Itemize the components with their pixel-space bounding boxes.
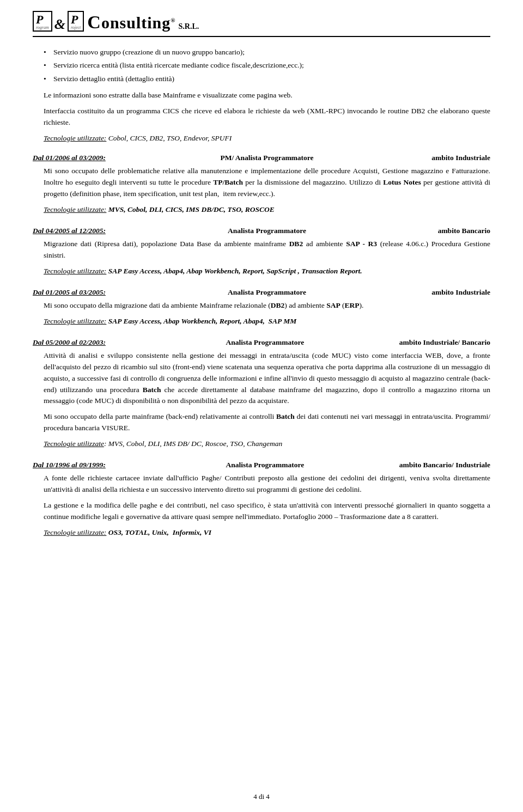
- job-header-1: Dal 01/2006 al 03/2009: PM/ Analista Pro…: [33, 154, 490, 162]
- job-desc-4a: Attività di analisi e sviluppo consisten…: [44, 350, 490, 407]
- job-period-3: Dal 01/2005 al 03/2005:: [33, 288, 131, 297]
- job-tech-1: Tecnologie utilizzate: MVS, Cobol, DLI, …: [44, 204, 490, 216]
- logo: P rogram & P roject Consulting® S.R.L.: [33, 11, 199, 32]
- job-title-3: Analista Programmatore: [136, 288, 398, 297]
- job-tech-label-1: Tecnologie utilizzate:: [44, 205, 106, 213]
- job-body-3: Mi sono occupato della migrazione dati d…: [33, 300, 490, 327]
- job-period-2: Dal 04/2005 al 12/2005:: [33, 227, 131, 235]
- list-item: Servizio nuovo gruppo (creazione di un n…: [44, 47, 490, 58]
- logo-p1-sub: rogram: [36, 26, 49, 30]
- job-header-3: Dal 01/2005 al 03/2005: Analista Program…: [33, 288, 490, 297]
- job-tech-3: Tecnologie utilizzate: SAP Easy Access, …: [44, 316, 490, 327]
- footer: 4 di 4: [0, 792, 523, 801]
- job-tech-label-5: Tecnologie utilizzate:: [44, 528, 106, 536]
- job-title-4: Analista Programmatore: [136, 338, 394, 347]
- job-entry-3: Dal 01/2005 al 03/2005: Analista Program…: [33, 288, 490, 327]
- intro-paragraph: Le informazioni sono estratte dalla base…: [44, 90, 490, 101]
- job-body-5: A fonte delle richieste cartacee inviate…: [33, 473, 490, 539]
- job-body-2: Migrazione dati (Ripresa dati), popolazi…: [33, 239, 490, 277]
- logo-ampersand: &: [54, 17, 65, 32]
- logo-p2-sub: roject: [71, 26, 81, 30]
- logo-srl: S.R.L.: [179, 22, 199, 32]
- job-title-1: PM/ Analista Programmatore: [136, 154, 398, 162]
- job-ambito-3: ambito Industriale: [403, 288, 490, 297]
- interface-paragraph: Interfaccia costituito da un programma C…: [44, 106, 490, 129]
- logo-p2: P: [71, 13, 78, 26]
- logo-consulting: Consulting®: [87, 13, 175, 32]
- job-tech-2: Tecnologie utilizzate: SAP Easy Access, …: [44, 266, 490, 277]
- job-desc-2: Migrazione dati (Ripresa dati), popolazi…: [44, 239, 490, 261]
- job-tech-label-4: Tecnologie utilizzate: [44, 439, 104, 448]
- list-item: Servizio ricerca entità (lista entità ri…: [44, 60, 490, 71]
- page: P rogram & P roject Consulting® S.R.L. S…: [0, 0, 523, 812]
- job-period-1: Dal 01/2006 al 03/2009:: [33, 154, 131, 162]
- job-header-2: Dal 04/2005 al 12/2005: Analista Program…: [33, 227, 490, 235]
- job-desc-4b: Mi sono occupato della parte mainframe (…: [44, 411, 490, 434]
- header: P rogram & P roject Consulting® S.R.L.: [33, 11, 490, 37]
- job-tech-label-2: Tecnologie utilizzate:: [44, 267, 106, 275]
- job-desc-3: Mi sono occupato della migrazione dati d…: [44, 300, 490, 312]
- tech-label-1: Tecnologie utilizzate:: [44, 134, 106, 142]
- job-tech-label-3: Tecnologie utilizzate:: [44, 317, 106, 325]
- job-ambito-2: ambito Bancario: [403, 227, 490, 235]
- job-body-1: Mi sono occupato delle problematiche rel…: [33, 166, 490, 216]
- job-ambito-1: ambito Industriale: [403, 154, 490, 162]
- job-title-2: Analista Programmatore: [136, 227, 398, 235]
- job-period-4: Dal 05/2000 al 02/2003:: [33, 338, 131, 347]
- job-entry-4: Dal 05/2000 al 02/2003: Analista Program…: [33, 338, 490, 450]
- job-title-5: Analista Programmatore: [136, 461, 394, 469]
- tech-value-1: Cobol, CICS, DB2, TSO, Endevor, SPUFI: [106, 134, 232, 142]
- job-body-4: Attività di analisi e sviluppo consisten…: [33, 350, 490, 450]
- logo-c-initial: C: [87, 12, 101, 32]
- list-item: Servizio dettaglio entità (dettaglio ent…: [44, 74, 490, 84]
- job-header-5: Dal 10/1996 al 09/1999: Analista Program…: [33, 461, 490, 469]
- job-ambito-5: ambito Bancario/ Industriale: [399, 461, 490, 469]
- bullet-list: Servizio nuovo gruppo (creazione di un n…: [44, 47, 490, 84]
- job-tech-4: Tecnologie utilizzate: MVS, Cobol, DLI, …: [44, 438, 490, 450]
- job-period-5: Dal 10/1996 al 09/1999:: [33, 461, 131, 469]
- page-number: 4 di 4: [253, 792, 270, 801]
- job-tech-5: Tecnologie utilizzate: OS3, TOTAL, Unix,…: [44, 527, 490, 539]
- tech-line-1: Tecnologie utilizzate: Cobol, CICS, DB2,…: [44, 133, 490, 144]
- job-desc-5b: La gestione e la modifica delle paghe e …: [44, 500, 490, 523]
- job-header-4: Dal 05/2000 al 02/2003: Analista Program…: [33, 338, 490, 347]
- content: Servizio nuovo gruppo (creazione di un n…: [33, 47, 490, 560]
- job-desc-5a: A fonte delle richieste cartacee inviate…: [44, 473, 490, 496]
- job-entry-1: Dal 01/2006 al 03/2009: PM/ Analista Pro…: [33, 154, 490, 216]
- job-desc-1: Mi sono occupato delle problematiche rel…: [44, 166, 490, 200]
- logo-p1: P: [36, 13, 43, 26]
- job-ambito-4: ambito Industriale/ Bancario: [399, 338, 490, 347]
- job-entry-5: Dal 10/1996 al 09/1999: Analista Program…: [33, 461, 490, 539]
- job-entry-2: Dal 04/2005 al 12/2005: Analista Program…: [33, 227, 490, 277]
